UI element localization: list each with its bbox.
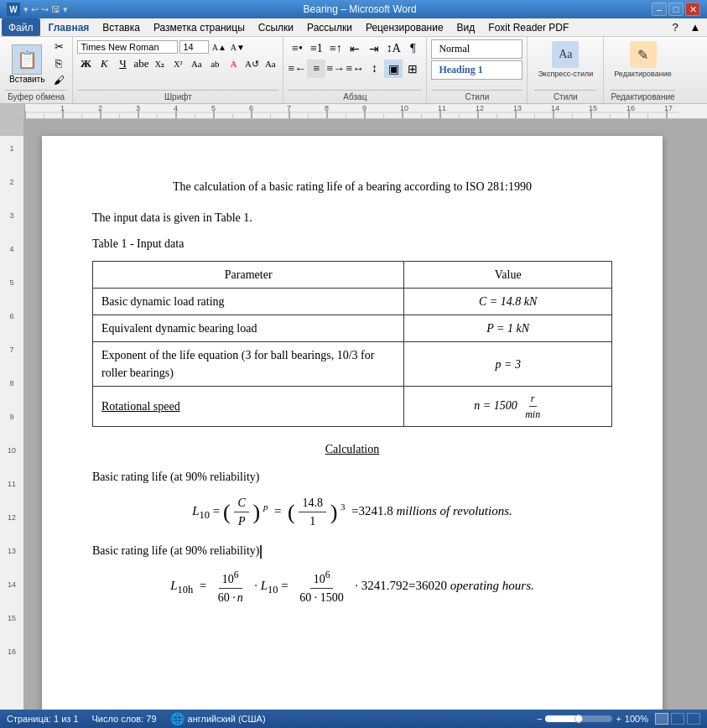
close-button[interactable]: ✕ — [685, 3, 700, 16]
underline-button[interactable]: Ч — [114, 56, 131, 71]
menu-layout[interactable]: Разметка страницы — [147, 18, 252, 36]
multilevel-list-button[interactable]: ≡↑ — [326, 39, 345, 58]
sort-button[interactable]: ↕A — [384, 39, 403, 58]
clipboard-group: 📋 Вставить ✂ ⎘ 🖌 Буфер обмена — [0, 37, 73, 103]
doc-title: The calculation of a basic rating life o… — [92, 178, 612, 195]
zoom-in-button[interactable]: + — [616, 714, 621, 724]
clearformat-button[interactable]: А↺ — [243, 56, 260, 71]
subscript-button[interactable]: X₂ — [151, 56, 168, 71]
bullet-list-button[interactable]: ≡• — [288, 39, 306, 58]
shading-button[interactable]: ▣ — [384, 60, 403, 78]
changecase-button[interactable]: Аа — [262, 56, 278, 71]
align-right-button[interactable]: ≡→ — [326, 60, 345, 78]
menu-mailings[interactable]: Рассылки — [300, 18, 359, 36]
language-label: английский (США) — [188, 714, 266, 724]
status-right: − + 100% — [537, 713, 700, 725]
align-center-button[interactable]: ≡ — [307, 60, 325, 78]
maximize-button[interactable]: □ — [668, 3, 684, 16]
menu-review[interactable]: Рецензирование — [359, 18, 450, 36]
ruler-marks: // generated via JS below 12345678910111… — [25, 104, 699, 118]
ribbon: 📋 Вставить ✂ ⎘ 🖌 Буфер обмена A▲ A▼ Ж К … — [0, 37, 707, 104]
zoom-out-button[interactable]: − — [537, 714, 542, 724]
menu-file[interactable]: Файл — [2, 18, 40, 36]
document-page: The calculation of a basic rating life o… — [42, 136, 663, 710]
help-icon[interactable]: ? — [667, 20, 684, 35]
strikethrough-button[interactable]: abe — [133, 56, 149, 71]
show-formatting-button[interactable]: ¶ — [403, 39, 422, 58]
expressstyles-button[interactable]: Aa Экспресс-стили — [534, 39, 596, 80]
menu-insert[interactable]: Вставка — [96, 18, 147, 36]
styles-area: Normal Heading 1 — [431, 39, 522, 80]
table-caption: Table 1 - Input data — [92, 235, 612, 252]
style-heading1[interactable]: Heading 1 — [431, 60, 522, 80]
borders-button[interactable]: ⊞ — [403, 60, 422, 78]
ruler: // generated via JS below 12345678910111… — [0, 104, 707, 119]
justify-button[interactable]: ≡↔ — [346, 60, 364, 78]
doc-intro: The input data is given in Table 1. — [92, 209, 612, 226]
paste-label: Вставить — [9, 75, 44, 84]
clipboard-group-top: 📋 Вставить ✂ ⎘ 🖌 — [5, 39, 67, 88]
editing-button[interactable]: ✎ Редактирование — [611, 39, 675, 80]
formula-2: L10h = 106 60 · n · L10 = 106 60 · 1500 … — [92, 568, 612, 606]
param-4: Rotational speed — [93, 387, 404, 427]
paste-button[interactable]: 📋 Вставить — [5, 43, 49, 86]
menu-foxit[interactable]: Foxit Reader PDF — [481, 18, 575, 36]
decrease-indent-button[interactable]: ⇤ — [346, 39, 364, 58]
zoom-slider[interactable] — [545, 715, 612, 722]
paragraph-group: ≡• ≡1 ≡↑ ⇤ ⇥ ↕A ¶ ≡← ≡ ≡→ ≡↔ ↕ ▣ ⊞ Абзац — [283, 37, 427, 103]
align-left-button[interactable]: ≡← — [288, 60, 306, 78]
fontcolor-button[interactable]: А — [225, 56, 242, 71]
window-title: Bearing – Microsoft Word — [304, 3, 417, 15]
vertical-ruler-marks: 12345 678910 1112131415 16 — [0, 136, 23, 710]
font-shrink-button[interactable]: A▼ — [229, 39, 246, 55]
bold-button[interactable]: Ж — [77, 56, 94, 71]
view-buttons — [655, 713, 700, 725]
fullscreen-button[interactable] — [671, 713, 684, 725]
list-align-row: ≡• ≡1 ≡↑ ⇤ ⇥ ↕A ¶ — [288, 39, 422, 58]
param-2: Equivalent dynamic bearing load — [93, 315, 404, 342]
editing-btns: ✎ Редактирование — [611, 39, 675, 80]
title-bar-controls: – □ ✕ — [652, 3, 700, 16]
minimize-button[interactable]: – — [652, 3, 667, 16]
font-style-row: Ж К Ч abe X₂ X² Аа ab А А↺ Аа — [77, 56, 278, 71]
express-btns: Aa Экспресс-стили — [534, 39, 596, 80]
webview-button[interactable] — [687, 713, 700, 725]
zoom-controls[interactable]: − + 100% — [537, 714, 648, 724]
menu-home[interactable]: Главная — [42, 18, 96, 36]
table-header-param: Parameter — [93, 262, 404, 289]
vertical-ruler: 12345 678910 1112131415 16 — [0, 119, 23, 710]
expressstyles-icon: Aa — [552, 41, 579, 68]
word-icon: W — [7, 3, 20, 16]
increase-indent-button[interactable]: ⇥ — [365, 39, 383, 58]
texteffects-button[interactable]: Аа — [188, 56, 205, 71]
document-area[interactable]: 12345 678910 1112131415 16 The calculati… — [0, 119, 707, 710]
status-bar: Страница: 1 из 1 Число слов: 79 🌐 англий… — [0, 710, 707, 728]
superscript-button[interactable]: X² — [169, 56, 186, 71]
cut-button[interactable]: ✂ — [50, 39, 67, 55]
linespacing-button[interactable]: ↕ — [365, 60, 383, 78]
italic-button[interactable]: К — [96, 56, 112, 71]
style-normal[interactable]: Normal — [431, 39, 522, 59]
styles-label: Стили — [431, 90, 522, 101]
language-indicator[interactable]: 🌐 английский (США) — [170, 712, 266, 725]
font-name-input[interactable] — [77, 40, 178, 54]
copy-button[interactable]: ⎘ — [50, 56, 67, 71]
title-bar: W ▾ ↩ ↪ 🖫 ▾ Bearing – Microsoft Word – □… — [0, 0, 707, 18]
styles-group: Normal Heading 1 Стили — [427, 37, 528, 103]
para-label: Абзац — [288, 90, 422, 101]
font-grow-button[interactable]: A▲ — [211, 39, 227, 55]
highlight-button[interactable]: ab — [206, 56, 223, 71]
clipboard-small-btns: ✂ ⎘ 🖌 — [50, 39, 67, 88]
print-layout-button[interactable] — [655, 713, 668, 725]
zoom-slider-thumb[interactable] — [574, 715, 583, 723]
ribbon-collapse-icon[interactable]: ▲ — [687, 20, 704, 35]
calc-para-2: Basic rating life (at 90% reliability) — [92, 542, 612, 559]
menu-references[interactable]: Ссылки — [252, 18, 300, 36]
format-painter-button[interactable]: 🖌 — [50, 73, 67, 88]
numbered-list-button[interactable]: ≡1 — [307, 39, 325, 58]
calc-heading: Calculation — [92, 440, 612, 458]
menu-view[interactable]: Вид — [450, 18, 482, 36]
font-group-top: A▲ A▼ Ж К Ч abe X₂ X² Аа ab А А↺ Аа — [77, 39, 278, 72]
table-row: Basic dynamic load rating C = 14.8 kN — [93, 289, 612, 315]
font-size-input[interactable] — [179, 40, 209, 54]
